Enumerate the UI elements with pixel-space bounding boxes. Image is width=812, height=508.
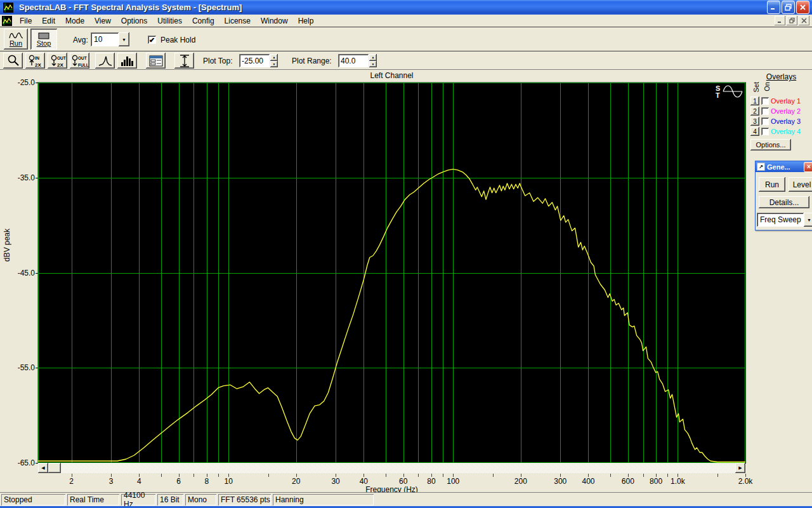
x-tick-label: 2.0k	[731, 477, 759, 486]
child-minimize-button[interactable]	[775, 16, 785, 25]
scrollbar-thumb[interactable]	[48, 463, 61, 473]
menu-item-license[interactable]: License	[219, 15, 256, 27]
scroll-right-arrow-icon[interactable]: ▶	[735, 463, 745, 473]
generator-window: ↗ Gene... × Run Level Details... Freq Sw…	[755, 161, 812, 231]
overlay-label: Overlay 4	[771, 128, 801, 135]
x-tick-label: 2	[58, 477, 86, 486]
x-tick-label: 60	[390, 477, 417, 486]
overlay-on-checkbox[interactable]	[761, 97, 769, 105]
x-tick-label: 200	[507, 477, 535, 486]
generator-run-button[interactable]: Run	[759, 177, 785, 192]
spectrum-curve-icon	[98, 55, 113, 67]
app-icon	[3, 3, 13, 13]
generator-close-button[interactable]: ×	[804, 162, 812, 172]
menu-item-utilities[interactable]: Utilities	[152, 15, 187, 27]
plot-top-spinner[interactable]: ▲▼	[270, 54, 278, 67]
status-panel: Mono	[185, 494, 216, 505]
overlay-on-checkbox[interactable]	[761, 128, 769, 135]
menu-item-help[interactable]: Help	[293, 15, 319, 27]
overlays-panel: Overlays Set On 1Overlay 12Overlay 23Ove…	[750, 72, 812, 150]
x-tick-label: 300	[546, 477, 574, 486]
overlay-row: 4Overlay 4	[750, 126, 812, 137]
x-tick-label: 4	[125, 477, 153, 486]
stop-button[interactable]: Stop	[30, 29, 57, 50]
plot-h-scrollbar[interactable]: ◀ ▶	[38, 463, 745, 473]
generator-details-button[interactable]: Details...	[759, 196, 809, 208]
x-tick-mark	[268, 474, 269, 477]
zoom-toolbar: IN 2X OUT 2X OUT FULL	[0, 51, 812, 70]
generator-mode-select[interactable]: Freq Sweep ▼	[757, 213, 812, 227]
bar-view-button[interactable]	[117, 53, 137, 69]
generator-icon: ↗	[757, 163, 765, 171]
spectrum-window-icon[interactable]	[2, 16, 12, 26]
overlay-on-checkbox[interactable]	[761, 107, 769, 115]
status-panel: Stopped	[1, 494, 65, 505]
spin-down-icon: ▼	[270, 61, 278, 68]
peak-hold-checkbox[interactable]: ✔	[148, 36, 156, 44]
chevron-down-icon[interactable]: ▼	[804, 213, 812, 227]
menu-item-window[interactable]: Window	[256, 15, 293, 27]
plot-range-label: Plot Range:	[292, 57, 332, 65]
minimize-button[interactable]	[767, 1, 780, 14]
avg-select[interactable]: 10 ▼	[91, 32, 129, 46]
restore-button[interactable]	[782, 1, 795, 14]
close-button[interactable]	[796, 1, 809, 14]
options-dialog-icon	[148, 55, 164, 67]
menu-item-mode[interactable]: Mode	[60, 15, 89, 27]
overlay-on-checkbox[interactable]	[761, 117, 769, 125]
peak-hold-label: Peak Hold	[160, 36, 195, 44]
plot-top-input[interactable]: -25.00	[239, 54, 270, 67]
magnifier-icon	[6, 54, 20, 67]
application-window: SpectraLAB - FFT Spectral Analysis Syste…	[0, 0, 812, 508]
x-tick-mark	[493, 474, 494, 477]
zoom-out-full-button[interactable]: OUT FULL	[70, 53, 89, 69]
y-tick-mark	[36, 368, 38, 368]
status-panel: Hanning	[273, 494, 374, 505]
generator-level-button[interactable]: Level	[789, 177, 812, 192]
bar-chart-icon	[120, 55, 135, 67]
overlay-set-button[interactable]: 1	[750, 97, 759, 105]
plot-border	[39, 83, 745, 463]
spectralab-watermark-icon: T	[716, 91, 720, 99]
run-button[interactable]: Run	[4, 29, 28, 50]
status-panel: 16 Bit	[157, 494, 183, 505]
svg-text:IN: IN	[35, 56, 39, 60]
menu-item-file[interactable]: File	[15, 15, 37, 27]
waveform-icon	[8, 31, 23, 39]
menu-bar: FileEditModeViewOptionsUtilitiesConfigLi…	[0, 15, 812, 27]
zoom-in-2x-button[interactable]: IN 2X	[25, 53, 45, 69]
child-close-button[interactable]	[799, 16, 809, 25]
overlay-set-button[interactable]: 2	[750, 107, 759, 116]
scroll-left-arrow-icon[interactable]: ◀	[38, 463, 48, 473]
x-tick-label: 3	[97, 477, 125, 486]
y-tick-label: -65.0	[12, 458, 35, 467]
child-restore-button[interactable]	[787, 16, 797, 25]
plot-range-spinner[interactable]: ▲▼	[369, 54, 377, 67]
status-panel: FFT 65536 pts	[218, 494, 271, 505]
menu-item-options[interactable]: Options	[116, 15, 152, 27]
x-tick-label: 100	[439, 477, 467, 486]
zoom-out-2x-button[interactable]: OUT 2X	[48, 53, 67, 69]
svg-text:2X: 2X	[57, 62, 63, 68]
display-options-button[interactable]	[146, 53, 166, 69]
avg-label: Avg:	[73, 36, 88, 44]
zoom-select-button[interactable]	[3, 53, 23, 69]
menu-item-config[interactable]: Config	[187, 15, 219, 27]
overlay-set-button[interactable]: 4	[750, 127, 759, 136]
vertical-scale-button[interactable]	[174, 53, 194, 69]
y-tick-mark	[36, 178, 38, 178]
overlays-on-label: On	[763, 82, 771, 91]
y-tick-label: -35.0	[12, 173, 35, 182]
spectrum-plot[interactable]: ST	[37, 82, 746, 464]
menu-item-view[interactable]: View	[89, 15, 116, 27]
plot-range-input[interactable]: 40.0	[338, 54, 369, 67]
spectrum-view-button[interactable]	[95, 53, 115, 69]
chevron-down-icon[interactable]: ▼	[119, 32, 129, 46]
generator-title-bar[interactable]: ↗ Gene... ×	[756, 161, 812, 172]
overlay-set-button[interactable]: 3	[750, 117, 759, 126]
menu-item-edit[interactable]: Edit	[37, 15, 60, 27]
overlay-label: Overlay 2	[771, 107, 801, 115]
overlays-title: Overlays	[750, 72, 812, 81]
overlays-options-button[interactable]: Options...	[750, 139, 791, 150]
title-bar[interactable]: SpectraLAB - FFT Spectral Analysis Syste…	[0, 0, 812, 15]
